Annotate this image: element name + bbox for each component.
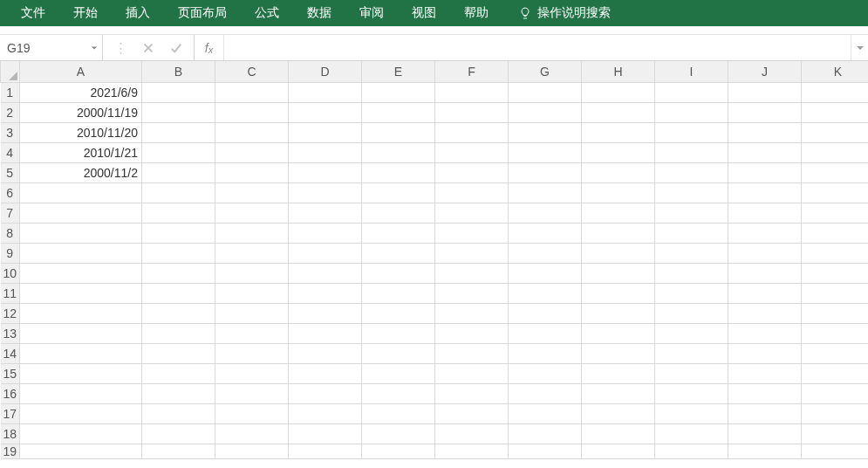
name-box-dropdown[interactable] xyxy=(86,35,102,60)
cell-E14[interactable] xyxy=(362,343,435,363)
cell-K17[interactable] xyxy=(802,403,869,423)
cell-K1[interactable] xyxy=(802,82,869,102)
row-header-16[interactable]: 16 xyxy=(1,383,20,403)
cell-E4[interactable] xyxy=(362,142,435,162)
cell-K8[interactable] xyxy=(802,223,869,243)
cell-E8[interactable] xyxy=(362,223,435,243)
cell-H4[interactable] xyxy=(582,142,655,162)
cell-C12[interactable] xyxy=(215,303,289,323)
cell-G1[interactable] xyxy=(509,82,582,102)
cell-K9[interactable] xyxy=(802,243,869,263)
row-header-1[interactable]: 1 xyxy=(1,82,20,102)
cell-J3[interactable] xyxy=(728,122,802,142)
cell-C16[interactable] xyxy=(215,383,289,403)
cell-E13[interactable] xyxy=(362,323,435,343)
cell-I15[interactable] xyxy=(655,363,728,383)
cell-D1[interactable] xyxy=(289,82,362,102)
cell-C17[interactable] xyxy=(215,403,289,423)
cell-I6[interactable] xyxy=(655,182,728,203)
cell-D9[interactable] xyxy=(289,243,362,263)
cell-B7[interactable] xyxy=(142,203,215,223)
cell-D6[interactable] xyxy=(289,182,362,203)
cell-A12[interactable] xyxy=(20,303,142,323)
cell-D18[interactable] xyxy=(289,423,362,444)
cell-I8[interactable] xyxy=(655,223,728,243)
cell-H12[interactable] xyxy=(582,303,655,323)
cell-D19[interactable] xyxy=(289,444,362,458)
cell-C10[interactable] xyxy=(215,263,289,283)
cell-F11[interactable] xyxy=(435,283,509,303)
cell-A6[interactable] xyxy=(20,182,142,203)
cell-A14[interactable] xyxy=(20,343,142,363)
cell-I9[interactable] xyxy=(655,243,728,263)
col-header-D[interactable]: D xyxy=(289,61,362,82)
cell-K14[interactable] xyxy=(802,343,869,363)
cell-J11[interactable] xyxy=(728,283,802,303)
cell-F8[interactable] xyxy=(435,223,509,243)
col-header-J[interactable]: J xyxy=(728,61,802,82)
row-header-14[interactable]: 14 xyxy=(1,343,20,363)
cell-H5[interactable] xyxy=(582,162,655,182)
cell-A15[interactable] xyxy=(20,363,142,383)
formula-input[interactable] xyxy=(224,35,851,60)
cell-A3[interactable]: 2010/11/20 xyxy=(20,122,142,142)
name-box[interactable]: G19 xyxy=(0,35,86,60)
cell-I19[interactable] xyxy=(655,444,728,458)
cell-A17[interactable] xyxy=(20,403,142,423)
cell-H11[interactable] xyxy=(582,283,655,303)
cell-C5[interactable] xyxy=(215,162,289,182)
cell-F10[interactable] xyxy=(435,263,509,283)
cell-E5[interactable] xyxy=(362,162,435,182)
cell-B14[interactable] xyxy=(142,343,215,363)
cell-E7[interactable] xyxy=(362,203,435,223)
cell-D13[interactable] xyxy=(289,323,362,343)
cell-F2[interactable] xyxy=(435,102,509,122)
cell-B5[interactable] xyxy=(142,162,215,182)
cell-F16[interactable] xyxy=(435,383,509,403)
cell-K19[interactable] xyxy=(802,444,869,458)
cell-H6[interactable] xyxy=(582,182,655,203)
cell-I5[interactable] xyxy=(655,162,728,182)
cell-D12[interactable] xyxy=(289,303,362,323)
cell-C13[interactable] xyxy=(215,323,289,343)
cell-G10[interactable] xyxy=(509,263,582,283)
enter-formula-button[interactable] xyxy=(162,35,190,60)
cell-E3[interactable] xyxy=(362,122,435,142)
col-header-H[interactable]: H xyxy=(582,61,655,82)
cell-G17[interactable] xyxy=(509,403,582,423)
cell-K6[interactable] xyxy=(802,182,869,203)
cell-J7[interactable] xyxy=(728,203,802,223)
cell-A19[interactable] xyxy=(20,444,142,458)
cell-H10[interactable] xyxy=(582,263,655,283)
row-header-10[interactable]: 10 xyxy=(1,263,20,283)
col-header-K[interactable]: K xyxy=(802,61,869,82)
cell-B13[interactable] xyxy=(142,323,215,343)
cell-B2[interactable] xyxy=(142,102,215,122)
cell-B6[interactable] xyxy=(142,182,215,203)
cell-H16[interactable] xyxy=(582,383,655,403)
cell-D4[interactable] xyxy=(289,142,362,162)
cell-H3[interactable] xyxy=(582,122,655,142)
cell-H7[interactable] xyxy=(582,203,655,223)
cell-B9[interactable] xyxy=(142,243,215,263)
row-header-9[interactable]: 9 xyxy=(1,243,20,263)
cell-A13[interactable] xyxy=(20,323,142,343)
cell-J4[interactable] xyxy=(728,142,802,162)
cell-A10[interactable] xyxy=(20,263,142,283)
cell-D2[interactable] xyxy=(289,102,362,122)
cell-K18[interactable] xyxy=(802,423,869,444)
cell-G7[interactable] xyxy=(509,203,582,223)
cell-G18[interactable] xyxy=(509,423,582,444)
cell-E1[interactable] xyxy=(362,82,435,102)
cell-C15[interactable] xyxy=(215,363,289,383)
formula-bar-expand[interactable] xyxy=(851,35,868,60)
cell-A11[interactable] xyxy=(20,283,142,303)
cell-C7[interactable] xyxy=(215,203,289,223)
cell-E12[interactable] xyxy=(362,303,435,323)
cell-K16[interactable] xyxy=(802,383,869,403)
cell-E11[interactable] xyxy=(362,283,435,303)
cell-I4[interactable] xyxy=(655,142,728,162)
cell-J15[interactable] xyxy=(728,363,802,383)
cell-K15[interactable] xyxy=(802,363,869,383)
cell-I16[interactable] xyxy=(655,383,728,403)
